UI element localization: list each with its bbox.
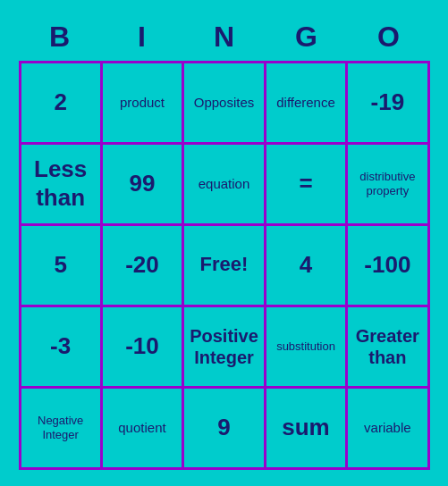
bingo-cell: Less than [21, 145, 100, 223]
bingo-cell: sum [266, 389, 345, 467]
bingo-cell: = [266, 145, 345, 223]
bingo-letter: O [348, 17, 430, 57]
bingo-cell: Negative Integer [21, 389, 100, 467]
bingo-header: BINGO [19, 17, 430, 57]
bingo-cell: 9 [184, 389, 264, 467]
bingo-cell: Positive Integer [184, 307, 264, 386]
bingo-cell: product [103, 63, 182, 142]
bingo-cell: distributive property [348, 145, 427, 223]
bingo-cell: 4 [266, 226, 345, 305]
bingo-cell: equation [184, 145, 264, 223]
bingo-cell: variable [348, 389, 427, 467]
bingo-cell: Greater than [348, 307, 427, 386]
bingo-cell: 5 [21, 226, 100, 305]
bingo-letter: G [266, 17, 348, 57]
bingo-letter: I [101, 17, 183, 57]
bingo-cell: -20 [103, 226, 182, 305]
bingo-letter: B [19, 17, 101, 57]
bingo-cell: quotient [103, 389, 182, 467]
bingo-grid: 2productOppositesdifference-19Less than9… [19, 61, 430, 470]
bingo-cell: -3 [21, 307, 100, 386]
bingo-cell: -19 [348, 63, 427, 142]
bingo-cell: substitution [266, 307, 345, 386]
bingo-cell: -10 [103, 307, 182, 386]
bingo-card: BINGO 2productOppositesdifference-19Less… [10, 8, 439, 479]
bingo-cell: Opposites [184, 63, 264, 142]
bingo-cell: -100 [348, 226, 427, 305]
bingo-letter: N [183, 17, 266, 57]
bingo-cell: difference [266, 63, 345, 142]
bingo-cell: 2 [21, 63, 100, 142]
bingo-cell: Free! [184, 226, 264, 305]
bingo-cell: 99 [103, 145, 182, 223]
